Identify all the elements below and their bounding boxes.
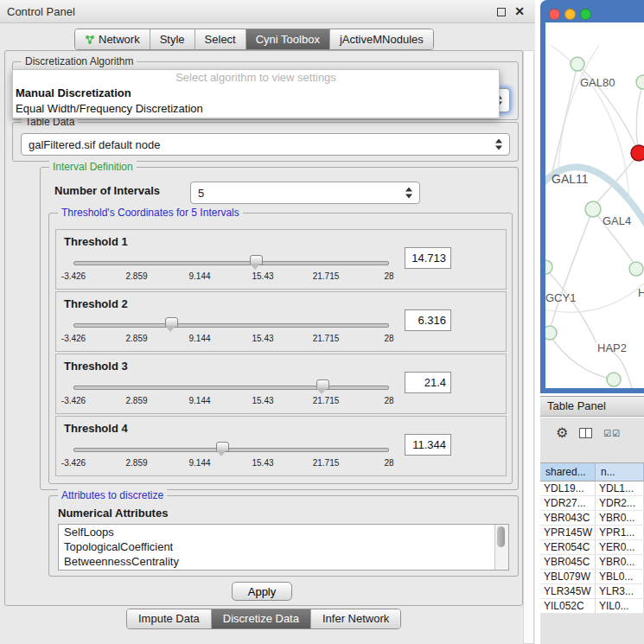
minimize-button[interactable]	[564, 9, 576, 20]
column-header[interactable]: n...	[596, 463, 644, 481]
combobox-arrows-icon	[405, 188, 413, 199]
slider-scale: -3.4262.8599.14415.4321.71528	[73, 271, 389, 282]
network-node[interactable]	[571, 57, 584, 71]
threshold-value-field-1[interactable]	[405, 247, 451, 269]
table-row[interactable]: YBR043CYBR0...	[540, 511, 644, 526]
table-row[interactable]: YBL079WYBL0...	[540, 570, 644, 584]
threshold-slider-4[interactable]	[73, 441, 389, 458]
close-button[interactable]	[549, 9, 560, 20]
tab-cyni-toolbox[interactable]: Cyni Toolbox	[245, 29, 329, 49]
column-header[interactable]: shared...	[540, 463, 596, 481]
table-data-group: Table Data galFiltered.sif default node	[12, 122, 519, 162]
network-node[interactable]	[631, 145, 644, 161]
control-panel-scrollbar[interactable]	[523, 50, 534, 644]
table-rows: YDL19...YDL1...YDR27...YDR2...YBR043CYBR…	[540, 481, 644, 614]
close-icon[interactable]: ✕	[514, 4, 525, 18]
scale-label: 2.859	[125, 396, 147, 405]
table-row[interactable]: YPR145WYPR1...	[540, 526, 644, 540]
table-row[interactable]: YIL052CYIL0...	[540, 599, 644, 614]
scale-label: 9.144	[188, 458, 210, 468]
slider-scale: -3.4262.8599.14415.4321.71528	[73, 458, 389, 469]
table-row[interactable]: YLR345WYLR3...	[540, 584, 644, 599]
threshold-value-field-2[interactable]	[405, 309, 451, 331]
checkbox-icons[interactable]: ☑☑	[603, 429, 621, 438]
scale-label: 9.144	[188, 396, 210, 405]
slider-track[interactable]	[73, 448, 389, 452]
network-edge[interactable]	[596, 155, 638, 204]
table-cell: YIL052C	[540, 599, 596, 613]
gear-icon[interactable]: ⚙	[556, 426, 568, 440]
group-title-attributes: Attributes to discretize	[58, 489, 167, 501]
table-cell: YBR0...	[596, 511, 644, 525]
network-edge[interactable]	[636, 84, 643, 150]
node-table: shared...n... YDL19...YDL1...YDR27...YDR…	[540, 462, 644, 614]
slider-thumb[interactable]	[216, 442, 229, 452]
network-node[interactable]	[636, 75, 644, 89]
slider-scale: -3.4262.8599.14415.4321.71528	[73, 334, 389, 344]
node-label: HAP2	[597, 341, 627, 354]
combobox-value: 5	[198, 187, 204, 200]
slider-track[interactable]	[73, 261, 389, 265]
control-panel-titlebar: Control Panel ✕	[0, 0, 535, 23]
slider-track[interactable]	[73, 386, 389, 390]
intervals-count-combobox[interactable]: 5	[190, 182, 420, 204]
table-row[interactable]: YER054CYER0...	[540, 540, 644, 555]
table-row[interactable]: YBR045CYBR0...	[540, 555, 644, 570]
scrollbar-thumb[interactable]	[497, 526, 505, 547]
dropdown-option[interactable]: Manual Discretization	[13, 86, 499, 101]
table-cell: YDR27...	[540, 496, 596, 510]
table-row[interactable]: YDL19...YDL1...	[540, 481, 644, 496]
scale-label: 28	[384, 271, 393, 281]
network-node[interactable]	[629, 262, 643, 276]
network-node[interactable]	[545, 326, 557, 340]
slider-track[interactable]	[73, 323, 389, 328]
network-node[interactable]	[545, 260, 552, 274]
tab-select[interactable]: Select	[194, 29, 245, 49]
threshold-slider-2[interactable]	[73, 316, 389, 334]
attributes-list[interactable]: SelfLoopsTopologicalCoefficientBetweenne…	[58, 524, 509, 571]
tab-label: Style	[160, 33, 185, 46]
tab-jactivemnodules[interactable]: jActiveMNodules	[329, 29, 433, 49]
tab-style[interactable]: Style	[150, 29, 194, 49]
tab-infer-network[interactable]: Infer Network	[310, 609, 400, 628]
threshold-value-field-4[interactable]	[405, 434, 451, 456]
scale-label: 15.43	[252, 458, 273, 468]
network-canvas[interactable]: GAL80GAL11GAL4GCY1HAP2H	[545, 22, 644, 388]
threshold-label: Threshold 3	[64, 360, 128, 373]
table-header-row: shared...n...	[540, 462, 644, 481]
node-label: GAL4	[603, 214, 631, 227]
threshold-slider-1[interactable]	[73, 254, 389, 271]
table-cell: YIL0...	[596, 599, 644, 613]
network-edge[interactable]	[552, 64, 577, 175]
list-item[interactable]: SelfLoops	[59, 525, 508, 539]
slider-thumb[interactable]	[165, 317, 178, 328]
apply-button[interactable]: Apply	[232, 582, 292, 601]
columns-icon[interactable]	[579, 428, 592, 438]
network-node[interactable]	[585, 201, 601, 217]
network-canvas-svg: GAL80GAL11GAL4GCY1HAP2H	[545, 22, 644, 388]
tab-impute-data[interactable]: Impute Data	[127, 609, 211, 628]
tab-label: Network	[99, 33, 140, 46]
group-title-discretization: Discretization Algorithm	[22, 55, 137, 67]
threshold-slider-3[interactable]	[73, 379, 389, 396]
scale-label: 9.144	[188, 271, 210, 281]
list-item[interactable]: TopologicalCoefficient	[59, 539, 508, 554]
zoom-button[interactable]	[580, 9, 591, 20]
threshold-value-field-3[interactable]	[405, 372, 451, 393]
float-window-icon[interactable]	[497, 8, 506, 16]
list-item[interactable]: BetweennessCentrality	[59, 554, 508, 569]
table-row[interactable]: YDR27...YDR2...	[540, 496, 644, 511]
table-toolbar: ⚙☑☑	[540, 421, 644, 445]
tab-network[interactable]: Network	[75, 29, 150, 49]
network-node[interactable]	[607, 373, 621, 386]
slider-thumb[interactable]	[250, 255, 263, 265]
scale-label: 15.43	[252, 271, 273, 281]
tab-discretize-data[interactable]: Discretize Data	[211, 609, 310, 628]
dropdown-option[interactable]: Equal Width/Frequency Discretization	[13, 101, 499, 117]
list-scrollbar[interactable]	[494, 525, 508, 570]
table-data-combobox[interactable]: galFiltered.sif default node	[21, 133, 510, 156]
table-cell: YBL079W	[540, 570, 596, 583]
slider-thumb[interactable]	[316, 379, 329, 390]
app-root: Control Panel ✕ NetworkStyleSelectCyni T…	[0, 0, 644, 644]
algorithm-dropdown: Select algorithm to view settings Manual…	[12, 69, 500, 118]
